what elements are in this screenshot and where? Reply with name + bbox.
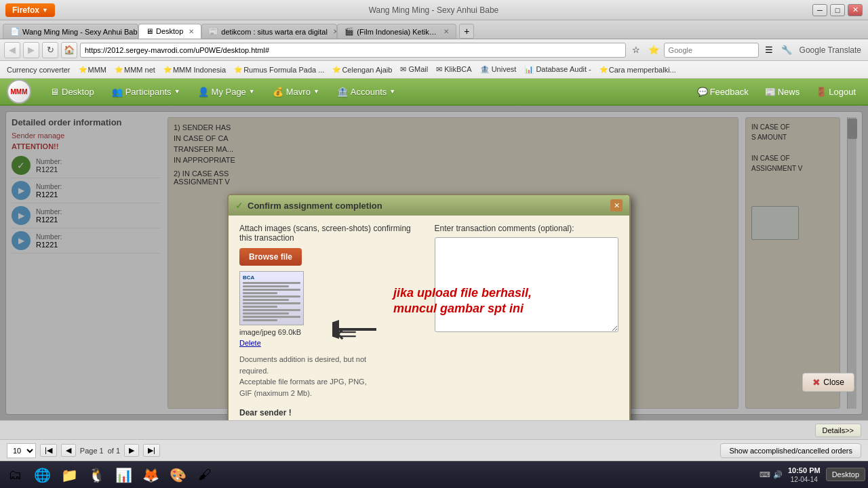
confirm-dialog: ✓ Confirm assignment completion ✕ Attach…: [227, 194, 631, 420]
delete-link[interactable]: Delete: [239, 339, 424, 347]
browse-file-button[interactable]: Browse file: [239, 248, 302, 266]
dialog-columns: Attach images (scans, screen-shots) conf…: [239, 224, 618, 399]
firefox-menu-button[interactable]: Firefox: [5, 3, 55, 17]
prev-page-button[interactable]: ◀: [61, 444, 76, 457]
date-display: 12-04-14: [788, 475, 821, 484]
of-label: of 1: [108, 447, 120, 455]
back-button[interactable]: ◀: [4, 42, 20, 58]
bookmark-mmm-id[interactable]: ⭐ MMM Indonesia: [161, 65, 229, 75]
doc-line: [243, 285, 289, 287]
tab-favicon: 📰: [209, 27, 218, 36]
folder-icon: 📁: [61, 467, 78, 483]
close-window-button[interactable]: ✕: [848, 4, 863, 16]
bookmark-klibca[interactable]: ✉ KlikBCA: [433, 64, 474, 75]
details-button[interactable]: Details>>: [815, 424, 861, 437]
taskbar-linux[interactable]: 🐧: [84, 464, 108, 487]
tab-close-icon[interactable]: ✕: [189, 28, 194, 35]
nav-accounts[interactable]: 🏦 Accounts ▼: [329, 83, 403, 101]
taskbar-draw[interactable]: 🖌: [193, 464, 217, 487]
check-icon: ✓: [235, 200, 243, 211]
reload-button[interactable]: ↻: [42, 42, 58, 58]
tools-button[interactable]: 🔧: [779, 43, 794, 58]
app-nav-items: 🖥 Desktop 👥 Participants ▼ 👤 My Page ▼ 💰…: [42, 83, 692, 101]
accounts-icon: 🏦: [337, 87, 348, 97]
home-button[interactable]: 🏠: [61, 42, 77, 58]
window-title: Wang Ming Ming - Sexy Anhui Babe: [55, 5, 812, 15]
firefox-icon: 🦊: [142, 467, 159, 483]
bookmark-gmail[interactable]: ✉ GMail: [397, 64, 431, 75]
bookmark-celengan[interactable]: ⭐ Celengan Ajaib: [330, 65, 395, 75]
tab-label: Desktop: [156, 27, 183, 35]
nav-mypage[interactable]: 👤 My Page ▼: [190, 83, 263, 101]
bookmark-rumus[interactable]: ⭐ Rumus Formula Pada ...: [231, 65, 327, 75]
dialog-left-col: Attach images (scans, screen-shots) conf…: [239, 224, 424, 399]
dialog-close-x-button[interactable]: ✕: [610, 199, 623, 211]
dropdown-icon: ▼: [249, 88, 255, 95]
nav-desktop[interactable]: 🖥 Desktop: [42, 83, 102, 101]
file-note: Documents addition is desired, but not r…: [239, 354, 424, 399]
feedback-icon: 💬: [697, 87, 708, 97]
tab-favicon: 🖥: [146, 27, 153, 35]
tab-label: Wang Ming Ming - Sexy Anhui Babe: [22, 28, 138, 36]
taskbar-paint[interactable]: 🎨: [165, 464, 190, 487]
dialog-scroll-area[interactable]: Attach images (scans, screen-shots) conf…: [229, 216, 629, 420]
first-page-button[interactable]: |◀: [40, 444, 57, 457]
search-input[interactable]: [664, 43, 759, 58]
tab-wang-ming[interactable]: 📄 Wang Ming Ming - Sexy Anhui Babe ✕: [3, 24, 138, 39]
minimize-button[interactable]: ─: [812, 4, 827, 16]
paint-icon: 🎨: [170, 467, 186, 483]
address-bar[interactable]: [80, 43, 626, 58]
taskbar-files[interactable]: 🗂: [3, 464, 27, 487]
last-page-button[interactable]: ▶|: [143, 444, 160, 457]
nav-mavro[interactable]: 💰 Mavro ▼: [264, 83, 328, 101]
doc-line: [243, 299, 289, 301]
taskbar: 🗂 🌐 📁 🐧 📊 🦊 🎨 🖌 ⌨ 🔊 10:: [0, 461, 868, 488]
doc-line: [243, 296, 300, 298]
taskbar-desktop-button[interactable]: Desktop: [826, 468, 865, 481]
bookmark-dbaudit[interactable]: 📊 Database Audit -: [521, 64, 593, 75]
tab-film[interactable]: 🎬 (Film Indonesia) Ketika Sekuel Tidak S…: [337, 24, 456, 39]
star-button[interactable]: ☆: [629, 43, 644, 58]
taskbar-folder[interactable]: 📁: [57, 464, 81, 487]
bookmark-currency[interactable]: Currency converter: [4, 65, 73, 75]
new-tab-button[interactable]: +: [459, 24, 474, 39]
tab-detikcom[interactable]: 📰 detikcom : situs warta era digital ✕: [201, 24, 337, 39]
bookmark-cara[interactable]: ⭐ Cara memperbalki...: [597, 65, 679, 75]
maximize-button[interactable]: □: [830, 4, 845, 16]
bookmark-univest[interactable]: 🏦 Univest: [477, 64, 519, 75]
tab-label: (Film Indonesia) Ketika Sekuel Tidak S..…: [357, 28, 438, 36]
close-x-icon: ✖: [812, 377, 821, 388]
bottom-controls: Details>>: [0, 420, 868, 439]
news-link[interactable]: 📰 News: [760, 84, 806, 100]
tab-favicon: 🎬: [344, 27, 354, 36]
logout-link[interactable]: 🚪 Logout: [810, 84, 861, 100]
bookmark-mmm[interactable]: ⭐ MMM: [76, 65, 110, 75]
show-orders-button[interactable]: Show accomplished/cancelled orders: [720, 443, 861, 458]
bookmarks-bar: Currency converter ⭐ MMM ⭐ MMM net ⭐ MMM…: [0, 61, 868, 79]
taskbar-excel[interactable]: 📊: [111, 464, 136, 487]
tab-desktop[interactable]: 🖥 Desktop ✕: [138, 24, 201, 39]
window-controls: ─ □ ✕: [812, 4, 863, 16]
linux-icon: 🐧: [88, 467, 105, 483]
nav-participants[interactable]: 👥 Participants ▼: [104, 83, 189, 101]
tab-close-icon[interactable]: ✕: [443, 28, 449, 35]
taskbar-firefox[interactable]: 🦊: [138, 464, 163, 487]
close-button[interactable]: ✖ Close: [802, 373, 854, 392]
file-row: BCA: [239, 271, 424, 325]
doc-line: [243, 292, 277, 294]
news-icon: 📰: [765, 87, 776, 97]
forward-button[interactable]: ▶: [23, 42, 39, 58]
taskbar-browser[interactable]: 🌐: [30, 464, 54, 487]
thumbnail-image: BCA: [240, 272, 303, 325]
dear-sender-section: Dear sender ! Keep in mind that interban…: [239, 408, 618, 420]
doc-lines: [243, 282, 300, 323]
feedback-link[interactable]: 💬 Feedback: [692, 84, 754, 100]
comment-textarea[interactable]: [435, 237, 619, 332]
per-page-select[interactable]: 10: [7, 443, 36, 458]
bookmark-mmm-net[interactable]: ⭐ MMM net: [112, 65, 158, 75]
bookmark-button[interactable]: ⭐: [646, 43, 661, 58]
menu-button[interactable]: ☰: [762, 43, 776, 58]
next-page-button[interactable]: ▶: [124, 444, 139, 457]
page-label: Page 1: [80, 447, 104, 455]
doc-line: [243, 309, 300, 311]
